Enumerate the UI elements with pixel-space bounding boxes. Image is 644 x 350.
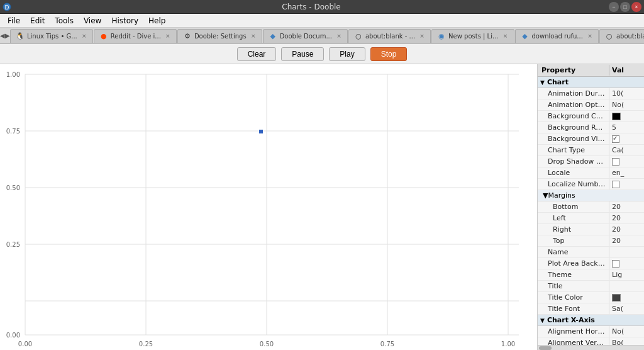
tab-3-close[interactable]: ×: [335, 31, 343, 40]
prop-plot-area-visible[interactable]: Plot Area Background Visible: [538, 258, 644, 269]
section-xaxis[interactable]: ▼ Chart X-Axis: [538, 315, 644, 326]
tab-7[interactable]: ○ about:blank - ... ×: [599, 29, 644, 43]
svg-text:0.25: 0.25: [6, 241, 20, 248]
tab-2-label: Dooble: Settings: [194, 33, 247, 40]
menu-view[interactable]: View: [79, 15, 106, 26]
svg-text:1.00: 1.00: [501, 341, 515, 347]
tab-5-label: New posts | Li...: [448, 33, 498, 40]
section-xaxis-label: Chart X-Axis: [547, 316, 595, 324]
prop-margin-right[interactable]: Right 20: [538, 224, 644, 235]
prop-title-color[interactable]: Title Color: [538, 292, 644, 303]
prop-margin-left[interactable]: Left 20: [538, 213, 644, 224]
tab-4-label: about:blank - ...: [365, 33, 415, 40]
menubar: File Edit Tools View History Help: [0, 14, 644, 28]
tab-6-icon: ◆: [521, 31, 530, 40]
tab-2[interactable]: ⚙ Dooble: Settings ×: [177, 29, 262, 43]
tab-1-icon: ●: [99, 31, 108, 40]
prop-localize-numbers[interactable]: Localize Numbers: [538, 179, 644, 190]
properties-panel: Property Val ▼ Chart Animation Duration …: [537, 64, 644, 350]
play-button[interactable]: Play: [329, 47, 365, 61]
prop-background-visible[interactable]: Background Visible: [538, 133, 644, 145]
menu-help[interactable]: Help: [143, 15, 170, 26]
tab-4-close[interactable]: ×: [418, 31, 426, 40]
clear-button[interactable]: Clear: [237, 47, 277, 61]
tab-6-close[interactable]: ×: [586, 31, 594, 40]
tab-7-label: about:blank - ...: [616, 33, 644, 40]
tab-3[interactable]: ◆ Dooble Docum... ×: [263, 29, 348, 43]
tab-0-close[interactable]: ×: [80, 31, 89, 40]
tab-6-label: download rufu...: [532, 33, 583, 40]
section-xaxis-triangle: ▼: [540, 317, 545, 324]
panel-scrollbar[interactable]: [538, 345, 644, 350]
tab-1-close[interactable]: ×: [164, 31, 172, 40]
tab-0[interactable]: 🐧 Linux Tips • G... ×: [10, 29, 93, 43]
pause-button[interactable]: Pause: [281, 47, 324, 61]
tab-2-close[interactable]: ×: [249, 31, 258, 40]
svg-text:0.00: 0.00: [18, 341, 32, 347]
prop-title-font[interactable]: Title Font Sa(: [538, 303, 644, 315]
tab-5-close[interactable]: ×: [501, 31, 510, 40]
tab-7-icon: ○: [605, 31, 614, 40]
close-button[interactable]: ×: [631, 2, 641, 12]
titlebar: D Charts - Dooble − □ ×: [0, 0, 644, 14]
menu-file[interactable]: File: [3, 15, 25, 26]
prop-locale[interactable]: Locale en_: [538, 167, 644, 179]
maximize-button[interactable]: □: [620, 2, 630, 12]
prop-animation-options[interactable]: Animation Options No(: [538, 99, 644, 111]
section-chart[interactable]: ▼ Chart: [538, 77, 644, 88]
tab-0-icon: 🐧: [16, 31, 25, 40]
tab-0-label: Linux Tips • G...: [27, 33, 77, 40]
prop-margin-top[interactable]: Top 20: [538, 235, 644, 247]
chart-area: 1.00 0.75 0.50 0.25 0.00 0.00 0.25 0.50 …: [0, 64, 537, 350]
properties-header: Property Val: [538, 64, 644, 77]
scrollbar-thumb: [539, 346, 552, 350]
app-icon: D: [0, 3, 14, 11]
chart-svg: 1.00 0.75 0.50 0.25 0.00 0.00 0.25 0.50 …: [0, 64, 537, 350]
svg-text:0.75: 0.75: [6, 128, 20, 135]
menu-tools[interactable]: Tools: [50, 15, 79, 26]
menu-edit[interactable]: Edit: [25, 15, 50, 26]
tab-1[interactable]: ● Reddit - Dive i... ×: [94, 29, 177, 43]
tab-5[interactable]: ◉ New posts | Li... ×: [431, 29, 514, 43]
tabbar: ◀ ▶ 🐧 Linux Tips • G... × ● Reddit - Div…: [0, 28, 644, 44]
stop-button[interactable]: Stop: [370, 47, 408, 61]
svg-text:0.75: 0.75: [380, 341, 394, 347]
svg-text:0.00: 0.00: [6, 332, 20, 339]
svg-rect-23: [259, 130, 263, 133]
tab-back-button[interactable]: ◀: [0, 29, 5, 43]
tab-forward-button[interactable]: ▶: [5, 29, 10, 43]
tab-3-label: Dooble Docum...: [280, 33, 332, 40]
toolbar: Clear Pause Play Stop: [0, 44, 644, 64]
prop-chart-type[interactable]: Chart Type Ca(: [538, 145, 644, 156]
subsection-margins-triangle: ▼: [543, 191, 548, 200]
svg-text:D: D: [5, 4, 9, 11]
tab-3-icon: ◆: [269, 31, 277, 40]
main-area: 1.00 0.75 0.50 0.25 0.00 0.00 0.25 0.50 …: [0, 64, 644, 350]
window-title: Charts - Dooble: [14, 3, 609, 11]
tab-4-icon: ○: [354, 31, 363, 40]
prop-margin-bottom[interactable]: Bottom 20: [538, 201, 644, 213]
svg-text:0.25: 0.25: [139, 341, 153, 347]
tab-5-icon: ◉: [437, 31, 446, 40]
prop-background-color[interactable]: Background Color: [538, 111, 644, 122]
menu-history[interactable]: History: [106, 15, 143, 26]
svg-text:0.50: 0.50: [260, 341, 274, 347]
subsection-margins-label: Margins: [548, 191, 575, 200]
tab-6[interactable]: ◆ download rufu... ×: [515, 29, 599, 43]
window-controls: − □ ×: [609, 2, 644, 12]
tab-2-icon: ⚙: [183, 31, 192, 40]
prop-drop-shadow[interactable]: Drop Shadow Enabled: [538, 156, 644, 167]
subsection-margins[interactable]: ▼ Margins: [538, 190, 644, 201]
minimize-button[interactable]: −: [609, 2, 619, 12]
properties-list: ▼ Chart Animation Duration 10( Animation…: [538, 77, 644, 345]
prop-animation-duration[interactable]: Animation Duration 10(: [538, 88, 644, 99]
prop-name[interactable]: Name: [538, 247, 644, 258]
prop-align-v[interactable]: Alignment Vertical Bo(: [538, 337, 644, 345]
tab-1-label: Reddit - Dive i...: [111, 33, 161, 40]
prop-theme[interactable]: Theme Lig: [538, 269, 644, 281]
tab-4[interactable]: ○ about:blank - ... ×: [348, 29, 431, 43]
svg-text:1.00: 1.00: [6, 71, 20, 78]
prop-title[interactable]: Title: [538, 281, 644, 292]
prop-background-roundness[interactable]: Background Roundness 5: [538, 122, 644, 133]
prop-align-h[interactable]: Alignment Horizontal No(: [538, 326, 644, 337]
